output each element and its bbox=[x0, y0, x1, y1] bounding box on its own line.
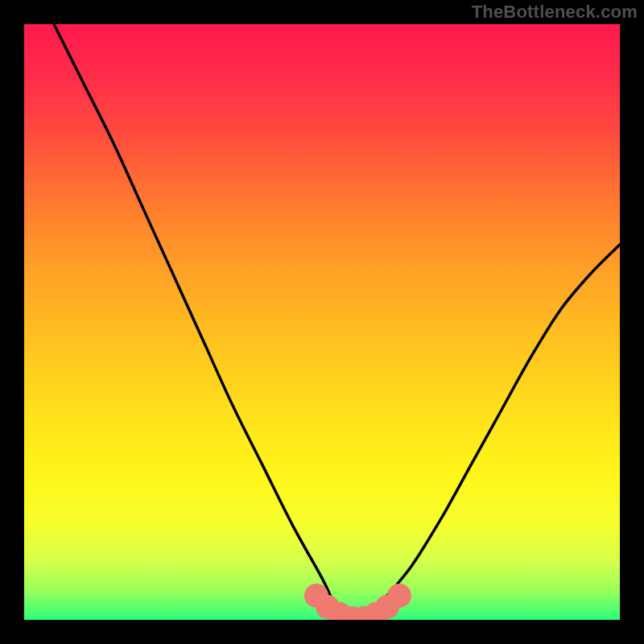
watermark-text: TheBottleneck.com bbox=[472, 2, 638, 23]
plot-area bbox=[24, 24, 620, 620]
chart-frame: TheBottleneck.com bbox=[0, 0, 644, 644]
optimal-range-markers bbox=[24, 24, 620, 620]
marker-dot bbox=[387, 584, 411, 608]
